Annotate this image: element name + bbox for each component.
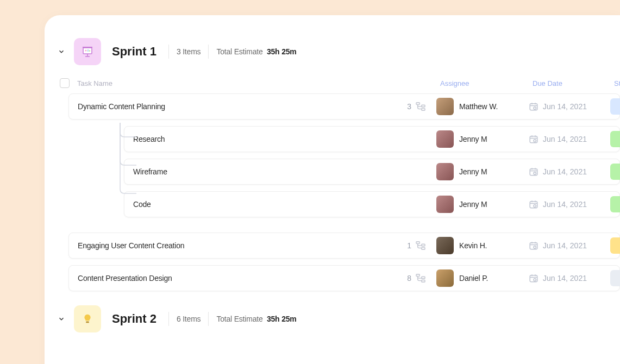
chevron-down-icon[interactable]	[57, 314, 66, 324]
status-badge[interactable]: In	[610, 237, 620, 254]
assignee-name: Kevin H.	[459, 241, 487, 250]
task-name: Research	[133, 135, 165, 143]
table-row[interactable]: Dynamic Content Planning 3 Matthew W. Ju…	[68, 93, 620, 120]
column-assignee: Assignee	[440, 79, 533, 87]
due-date: Jun 14, 2021	[543, 274, 587, 283]
task-name: Engaging User Content Creation	[78, 241, 184, 250]
total-estimate: Total Estimate 35h 25m	[216, 315, 296, 323]
task-name: Dynamic Content Planning	[78, 102, 165, 111]
task-list: Dynamic Content Planning 3 Matthew W. Ju…	[55, 93, 620, 291]
assignee-name: Daniel P.	[459, 274, 488, 283]
subtask-tree-icon	[416, 274, 425, 283]
assignee-cell[interactable]: Daniel P.	[436, 269, 529, 287]
table-row[interactable]: Code Jenny M Jun 14, 2021	[124, 191, 620, 217]
estimate-label: Total Estimate	[216, 47, 262, 56]
svg-point-24	[534, 172, 536, 175]
divider	[168, 45, 169, 59]
calendar-icon	[529, 273, 538, 283]
assignee-cell[interactable]: Jenny M	[436, 163, 529, 180]
chevron-down-icon[interactable]	[57, 47, 66, 57]
svg-point-29	[534, 205, 536, 208]
due-date-cell[interactable]: Jun 14, 2021	[529, 102, 610, 111]
svg-rect-8	[422, 105, 425, 107]
due-date: Jun 14, 2021	[543, 135, 587, 143]
subtask-count[interactable]: 3	[407, 102, 425, 111]
avatar	[436, 163, 454, 180]
status-badge[interactable]	[610, 131, 620, 147]
svg-rect-6	[89, 50, 90, 52]
divider	[208, 312, 209, 326]
app-panel: Sprint 1 3 Items Total Estimate 35h 25m …	[45, 15, 620, 364]
calendar-icon	[529, 241, 538, 250]
sprint-header: Sprint 2 6 Items Total Estimate 35h 25m	[55, 305, 620, 332]
estimate-value: 35h 25m	[267, 47, 297, 56]
subtask-tree-icon	[416, 102, 425, 111]
svg-point-37	[534, 246, 536, 249]
table-row[interactable]: Content Presentation Design 8 Daniel P. …	[68, 265, 620, 291]
sprint-title[interactable]: Sprint 1	[112, 45, 156, 59]
due-date: Jun 14, 2021	[543, 167, 587, 176]
assignee-name: Matthew W.	[459, 102, 498, 111]
status-badge[interactable]	[610, 164, 620, 180]
task-name: Wireframe	[133, 167, 167, 176]
column-status: Stat	[614, 79, 620, 87]
divider	[208, 45, 209, 59]
column-due: Due Date	[533, 79, 614, 87]
task-name: Content Presentation Design	[78, 274, 172, 283]
svg-rect-1	[83, 47, 92, 48]
due-date-cell[interactable]: Jun 14, 2021	[529, 241, 610, 250]
table-row[interactable]: Engaging User Content Creation 1 Kevin H…	[68, 233, 620, 259]
table-row[interactable]: Research Jenny M Jun 14, 2021	[124, 126, 620, 152]
column-task: Task Name	[77, 79, 112, 87]
svg-rect-46	[86, 322, 89, 323]
sprint-icon	[74, 38, 101, 65]
estimate-label: Total Estimate	[216, 315, 262, 323]
svg-rect-39	[422, 277, 425, 279]
subtask-group: Research Jenny M Jun 14, 2021 Wireframe …	[68, 126, 620, 217]
status-badge[interactable]	[610, 270, 620, 286]
subtask-tree-icon	[416, 241, 425, 250]
assignee-cell[interactable]: Matthew W.	[436, 98, 529, 115]
svg-rect-5	[87, 49, 89, 52]
svg-point-4	[85, 50, 87, 52]
divider	[168, 312, 169, 326]
due-date-cell[interactable]: Jun 14, 2021	[529, 134, 610, 144]
subtask-count[interactable]: 1	[407, 241, 425, 250]
avatar	[436, 269, 454, 287]
assignee-name: Jenny M	[459, 167, 487, 176]
svg-point-14	[534, 107, 536, 110]
items-count: 6 Items	[177, 315, 201, 323]
svg-rect-9	[422, 109, 425, 111]
total-estimate: Total Estimate 35h 25m	[216, 47, 296, 56]
status-badge[interactable]	[610, 196, 620, 212]
svg-point-45	[534, 279, 536, 281]
calendar-icon	[529, 134, 538, 144]
svg-rect-32	[422, 248, 425, 250]
avatar	[436, 130, 454, 148]
sprint-header: Sprint 1 3 Items Total Estimate 35h 25m	[55, 38, 620, 65]
sprint-icon	[74, 305, 101, 332]
items-count: 3 Items	[177, 47, 201, 56]
assignee-cell[interactable]: Kevin H.	[436, 237, 529, 254]
avatar	[436, 237, 454, 254]
due-date-cell[interactable]: Jun 14, 2021	[529, 199, 610, 209]
assignee-cell[interactable]: Jenny M	[436, 130, 529, 148]
calendar-icon	[529, 199, 538, 209]
calendar-icon	[529, 102, 538, 111]
assignee-name: Jenny M	[459, 200, 487, 209]
sprint-title[interactable]: Sprint 2	[112, 312, 156, 326]
task-name: Code	[133, 200, 151, 209]
status-badge[interactable]	[610, 98, 620, 115]
svg-point-19	[534, 140, 536, 142]
avatar	[436, 196, 454, 213]
avatar	[436, 98, 454, 115]
due-date-cell[interactable]: Jun 14, 2021	[529, 273, 610, 283]
table-row[interactable]: Wireframe Jenny M Jun 14, 2021	[124, 159, 620, 185]
select-all-checkbox[interactable]	[60, 78, 70, 88]
column-headers: Task Name Assignee Due Date Stat	[55, 78, 620, 88]
assignee-cell[interactable]: Jenny M	[436, 196, 529, 213]
assignee-name: Jenny M	[459, 135, 487, 143]
due-date-cell[interactable]: Jun 14, 2021	[529, 167, 610, 177]
due-date: Jun 14, 2021	[543, 102, 587, 111]
subtask-count[interactable]: 8	[407, 274, 425, 283]
